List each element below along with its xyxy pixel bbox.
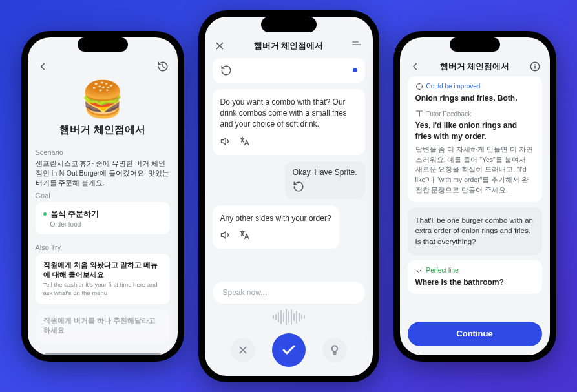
scenario-body: 샌프란시스코 휴가 중에 유명한 버거 체인점인 In-N-Out Burger…: [36, 159, 170, 189]
feedback-card[interactable]: Perfect line Where is the bathroom?: [408, 260, 542, 294]
close-icon[interactable]: [214, 40, 226, 52]
feedback-flag-ok: Perfect line: [415, 267, 534, 274]
corrected-line: Yes, I'd like onion rings and fries with…: [415, 120, 534, 142]
bot-message: Any other sides with your order?: [213, 205, 339, 249]
audio-progress-dot: [353, 68, 357, 72]
try-title: 직원에게 버거를 하나 추천해달라고 하세요: [43, 316, 162, 335]
hint-button[interactable]: [322, 338, 347, 362]
continue-button[interactable]: Continue: [408, 322, 542, 346]
view-phrasebook-button[interactable]: View Phrasebook: [36, 353, 170, 355]
message-text: That'll be one burger combo with an extr…: [415, 216, 533, 245]
speak-input[interactable]: Speak now...: [213, 282, 365, 304]
confirm-button[interactable]: [272, 333, 306, 367]
audio-player[interactable]: [213, 58, 365, 83]
scenario-image: 🍔: [36, 79, 170, 119]
bot-message: Do you want a combo with that? Our drink…: [213, 89, 365, 155]
section-label: Tutor Feedback: [426, 110, 472, 118]
settings-toggle-icon[interactable]: [352, 40, 364, 52]
goal-title: 음식 주문하기: [43, 209, 162, 220]
translate-icon[interactable]: [238, 136, 250, 147]
try-card-2[interactable]: 직원에게 버거를 하나 추천해달라고 하세요: [36, 309, 170, 343]
button-label: Continue: [456, 329, 492, 338]
book-open-icon: [415, 110, 423, 118]
scenario-label: Scenario: [36, 149, 170, 156]
svg-marker-3: [221, 232, 226, 239]
feedback-body: 답변을 좀 더 자세하게 만들면 더 자연스러워요. 예를 들어 "Yes"를 …: [415, 145, 534, 196]
feedback-card[interactable]: Could be improved Onion rings and fries.…: [408, 76, 542, 202]
user-line: Where is the bathroom?: [415, 277, 534, 288]
user-message[interactable]: Okay. Have Sprite.: [285, 161, 365, 199]
replay-icon[interactable]: [293, 181, 304, 192]
goal-label: Goal: [36, 192, 170, 200]
message-text: Okay. Have Sprite.: [293, 168, 357, 177]
svg-marker-2: [221, 138, 226, 145]
cancel-button[interactable]: [231, 338, 255, 362]
try-title: 직원에게 처음 와봤다고 말하고 메뉴에 대해 물어보세요: [43, 260, 162, 280]
speaker-icon[interactable]: [220, 229, 232, 241]
translate-icon[interactable]: [238, 229, 250, 241]
replay-icon[interactable]: [220, 65, 232, 76]
warning-circle-icon: [415, 83, 423, 90]
check-icon: [415, 267, 423, 274]
back-icon[interactable]: [37, 61, 48, 72]
try-card-1[interactable]: 직원에게 처음 와봤다고 말하고 메뉴에 대해 물어보세요 Tell the c…: [36, 254, 170, 304]
flag-label: Perfect line: [426, 267, 459, 274]
bot-message: That'll be one burger combo with an extr…: [408, 207, 542, 255]
goal-card: 음식 주문하기 Order food: [36, 202, 170, 234]
message-text: Any other sides with your order?: [220, 214, 331, 223]
history-icon[interactable]: [157, 61, 169, 72]
info-icon[interactable]: [529, 61, 541, 72]
feedback-flag-warn: Could be improved: [415, 83, 534, 90]
message-text: Do you want a combo with that? Our drink…: [220, 98, 347, 129]
speaker-icon[interactable]: [220, 136, 232, 147]
waveform: [213, 307, 365, 327]
try-subtitle: Tell the cashier it's your first time he…: [43, 281, 162, 298]
svg-point-9: [416, 83, 422, 89]
also-try-label: Also Try: [36, 243, 170, 251]
user-line: Onion rings and fries. Both.: [415, 93, 534, 104]
flag-label: Could be improved: [426, 83, 481, 90]
page-title: 햄버거 체인점에서: [421, 61, 529, 72]
scenario-title: 햄버거 체인점에서: [36, 123, 170, 137]
page-title: 햄버거 체인점에서: [226, 40, 352, 52]
back-icon[interactable]: [409, 61, 421, 72]
goal-subtitle: Order food: [50, 221, 162, 228]
tutor-feedback-label: Tutor Feedback: [415, 110, 534, 118]
